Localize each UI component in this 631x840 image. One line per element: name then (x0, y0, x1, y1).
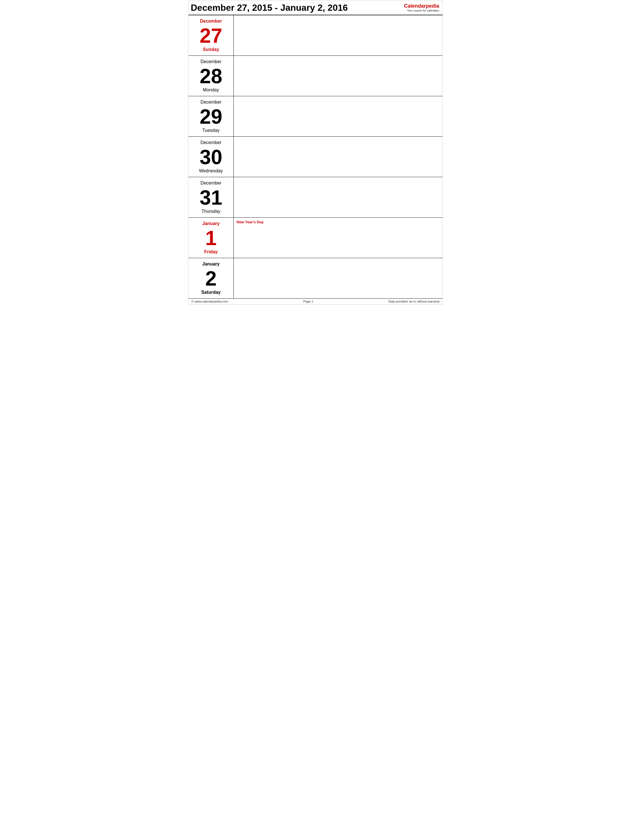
day-row-jan-02: January 2 Saturday (188, 258, 443, 298)
day-row-dec-30: December 30 Wednesday (188, 137, 443, 177)
day-name-jan-02: Saturday (201, 290, 221, 295)
logo-subtitle: Your source for calendars (404, 9, 439, 13)
day-name-dec-27: Sunday (203, 47, 219, 52)
event-label-jan-01: New Year's Day (237, 220, 440, 224)
day-month-dec-30: December (200, 140, 222, 145)
day-row-dec-27: December 27 Sunday (188, 15, 443, 56)
logo-text-pedia: pedia (426, 3, 439, 9)
day-row-dec-31: December 31 Thursday (188, 177, 443, 218)
day-number-jan-02: 2 (205, 268, 216, 289)
day-month-dec-28: December (200, 59, 222, 64)
day-name-dec-29: Tuesday (202, 128, 219, 133)
day-content-dec-28 (234, 56, 443, 96)
day-number-jan-01: 1 (205, 228, 216, 248)
day-label-jan-02: January 2 Saturday (188, 258, 234, 298)
logo-text-calendar: Calendar (404, 3, 426, 9)
day-label-dec-30: December 30 Wednesday (188, 137, 234, 177)
day-number-dec-28: 28 (199, 66, 222, 86)
day-content-jan-01: New Year's Day (234, 218, 443, 258)
calendar-footer: © www.calendarpedia.com Page 1 Data prov… (188, 298, 443, 304)
day-content-dec-31 (234, 177, 443, 217)
calendar-body: December 27 Sunday December 28 Monday De… (188, 15, 443, 298)
day-month-jan-02: January (202, 262, 219, 267)
logo-container: Calendarpedia Your source for calendars (404, 3, 439, 13)
day-label-dec-29: December 29 Tuesday (188, 96, 234, 136)
logo-main: Calendarpedia (404, 3, 439, 9)
footer-left: © www.calendarpedia.com (191, 300, 228, 303)
day-name-dec-30: Wednesday (199, 168, 223, 174)
day-label-dec-27: December 27 Sunday (188, 15, 234, 55)
day-number-dec-29: 29 (199, 106, 222, 127)
day-content-jan-02 (234, 258, 443, 298)
day-content-dec-27 (234, 15, 443, 55)
day-number-dec-31: 31 (199, 187, 222, 208)
day-label-dec-31: December 31 Thursday (188, 177, 234, 217)
day-month-dec-31: December (200, 180, 222, 186)
day-label-jan-01: January 1 Friday (188, 218, 234, 258)
header-title: December 27, 2015 - January 2, 2016 (191, 3, 348, 13)
day-row-jan-01: January 1 Friday New Year's Day (188, 218, 443, 258)
day-month-jan-01: January (202, 221, 219, 226)
day-month-dec-29: December (200, 99, 222, 105)
day-row-dec-29: December 29 Tuesday (188, 96, 443, 137)
footer-center: Page 1 (303, 300, 313, 303)
day-number-dec-27: 27 (199, 25, 222, 46)
day-content-dec-29 (234, 96, 443, 136)
day-name-dec-31: Thursday (202, 209, 221, 214)
day-name-jan-01: Friday (204, 249, 218, 254)
day-row-dec-28: December 28 Monday (188, 56, 443, 96)
day-content-dec-30 (234, 137, 443, 177)
footer-right: Data provided 'as is' without warranty (388, 300, 440, 303)
calendar-page: December 27, 2015 - January 2, 2016 Cale… (188, 0, 443, 305)
calendar-header: December 27, 2015 - January 2, 2016 Cale… (188, 0, 443, 15)
day-month-dec-27: December (200, 19, 222, 24)
day-number-dec-30: 30 (199, 147, 222, 167)
day-name-dec-28: Monday (203, 87, 219, 93)
day-label-dec-28: December 28 Monday (188, 56, 234, 96)
